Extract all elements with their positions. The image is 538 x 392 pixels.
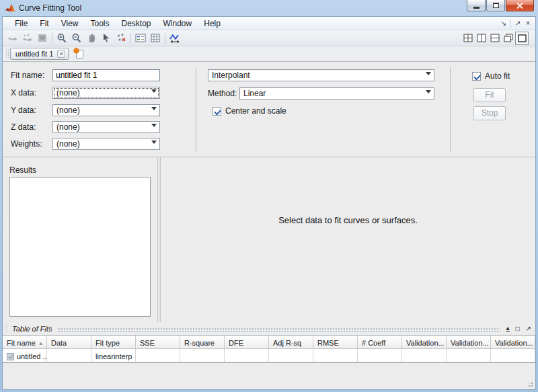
column-header-validation-3[interactable]: Validation... — [491, 336, 535, 348]
panel-texture — [58, 327, 500, 332]
column-header-validation-1[interactable]: Validation... — [402, 336, 447, 348]
column-header-adj-r-sq[interactable]: Adj R-sq — [269, 336, 313, 348]
cell-validation-1[interactable] — [402, 349, 447, 362]
cell-rmse[interactable] — [313, 349, 358, 362]
column-header-fit-name[interactable]: Fit name ▲ — [3, 336, 47, 348]
collapse-panel-icon[interactable]: ▴ — [506, 325, 510, 332]
zoom-in-icon[interactable] — [54, 32, 69, 45]
legend-icon[interactable] — [133, 32, 148, 45]
y-data-dropdown[interactable]: (none) — [52, 104, 160, 116]
layout-rows-icon[interactable] — [488, 32, 502, 45]
close-icon — [516, 2, 523, 9]
undock-panel-icon[interactable]: ↗ — [526, 325, 531, 332]
cell-fit-type[interactable]: linearinterp — [91, 349, 136, 362]
weights-label: Weights: — [11, 139, 52, 149]
table-header-row: Fit name ▲ Data Fit type SSE R-square DF… — [3, 336, 535, 349]
menu-fit[interactable]: Fit — [34, 17, 54, 30]
zoom-out-icon[interactable] — [69, 32, 84, 45]
new-fit-button[interactable] — [74, 48, 85, 59]
tab-close-icon[interactable]: × — [57, 50, 65, 58]
table-row[interactable]: untitled ... linearinterp — [3, 349, 535, 362]
chevron-down-icon — [426, 72, 431, 75]
stop-button[interactable]: Stop — [473, 106, 506, 120]
auto-fit-checkbox[interactable] — [472, 72, 481, 81]
cell-r-square[interactable] — [180, 349, 225, 362]
cell-data[interactable] — [47, 349, 91, 362]
close-button[interactable] — [506, 0, 534, 11]
fit-visibility-checkbox[interactable] — [7, 353, 14, 360]
fit-name-label: Fit name: — [11, 71, 52, 80]
maximize-button[interactable] — [486, 0, 505, 11]
grid-icon[interactable] — [148, 32, 163, 45]
cell-sse[interactable] — [136, 349, 180, 362]
column-header-fit-type[interactable]: Fit type — [91, 336, 136, 348]
menu-help[interactable]: Help — [198, 17, 227, 30]
cell-fit-name[interactable]: untitled ... — [3, 349, 47, 362]
x-data-dropdown[interactable]: (none) — [52, 87, 160, 99]
weights-dropdown[interactable]: (none) — [52, 138, 160, 150]
chevron-down-icon — [151, 89, 157, 93]
dock-arrow-icon[interactable]: ↘ — [498, 19, 508, 27]
maximize-panel-icon[interactable]: □ — [516, 325, 520, 332]
titlebar[interactable]: Curve Fitting Tool — [0, 0, 538, 16]
layout-grid-icon[interactable] — [461, 32, 475, 45]
z-data-dropdown[interactable]: (none) — [52, 121, 160, 133]
cell-coeff[interactable] — [358, 349, 402, 362]
panel-divider — [196, 67, 196, 151]
close-panel-icon[interactable]: × — [523, 19, 533, 27]
tab-untitled-fit-1[interactable]: untitled fit 1 × — [10, 48, 69, 60]
separator — [130, 33, 131, 44]
x-data-value: (none) — [56, 88, 80, 97]
residuals-plot-icon[interactable] — [20, 32, 35, 45]
center-and-scale-checkbox[interactable] — [213, 107, 221, 116]
menu-window[interactable]: Window — [157, 17, 198, 30]
column-header-data[interactable]: Data — [47, 336, 91, 348]
layout-single-icon[interactable] — [515, 32, 529, 45]
cell-validation-3[interactable] — [491, 349, 535, 362]
results-listbox[interactable] — [9, 177, 151, 317]
main-plot-icon[interactable] — [5, 32, 20, 45]
fit-name-input[interactable] — [52, 69, 160, 81]
method-dropdown[interactable]: Linear — [239, 87, 434, 100]
sort-ascending-icon: ▲ — [38, 340, 44, 346]
layout-cascade-icon[interactable] — [502, 32, 515, 45]
table-of-fits-titlebar[interactable]: Table of Fits ▴ □ ↗ — [3, 322, 535, 335]
cell-validation-2[interactable] — [447, 349, 491, 362]
cell-adj-r-sq[interactable] — [269, 349, 313, 362]
separator — [165, 33, 165, 44]
auto-fit-label: Auto fit — [485, 71, 510, 81]
fit-type-dropdown[interactable]: Interpolant — [208, 69, 434, 81]
column-header-validation-2[interactable]: Validation... — [447, 336, 491, 348]
menu-desktop[interactable]: Desktop — [116, 17, 157, 30]
resize-grip[interactable] — [525, 379, 534, 388]
maximize-icon — [493, 3, 499, 8]
contour-plot-icon[interactable] — [35, 32, 50, 45]
column-header-rmse[interactable]: RMSE — [313, 336, 358, 348]
exclude-outliers-icon[interactable] — [114, 32, 128, 45]
weights-value: (none) — [56, 139, 80, 149]
menu-file[interactable]: File — [9, 17, 34, 30]
layout-columns-icon[interactable] — [475, 32, 488, 45]
data-cursor-icon[interactable] — [99, 32, 114, 45]
window-title: Curve Fitting Tool — [19, 3, 81, 13]
chevron-down-icon — [151, 124, 157, 127]
drag-handle[interactable] — [5, 48, 9, 59]
fit-button[interactable]: Fit — [473, 88, 506, 102]
undock-arrow-icon[interactable]: ↗ — [512, 19, 523, 27]
adjust-axes-limits-icon[interactable] — [167, 32, 182, 45]
drag-handle[interactable] — [5, 325, 8, 332]
column-header-dfe[interactable]: DFE — [225, 336, 269, 348]
y-data-value: (none) — [56, 106, 80, 115]
cell-dfe[interactable] — [225, 349, 269, 362]
panel-divider — [450, 67, 451, 151]
minimize-button[interactable] — [467, 0, 486, 11]
menu-tools[interactable]: Tools — [84, 17, 115, 30]
column-header-sse[interactable]: SSE — [136, 336, 180, 348]
minimize-icon — [473, 7, 479, 9]
plot-placeholder-message: Select data to fit curves or surfaces. — [278, 215, 418, 322]
fit-type-value: Interpolant — [212, 71, 250, 80]
column-header-coeff[interactable]: # Coeff — [358, 336, 402, 348]
pan-icon[interactable] — [84, 32, 99, 45]
column-header-r-square[interactable]: R-square — [180, 336, 225, 348]
menu-view[interactable]: View — [55, 17, 85, 30]
